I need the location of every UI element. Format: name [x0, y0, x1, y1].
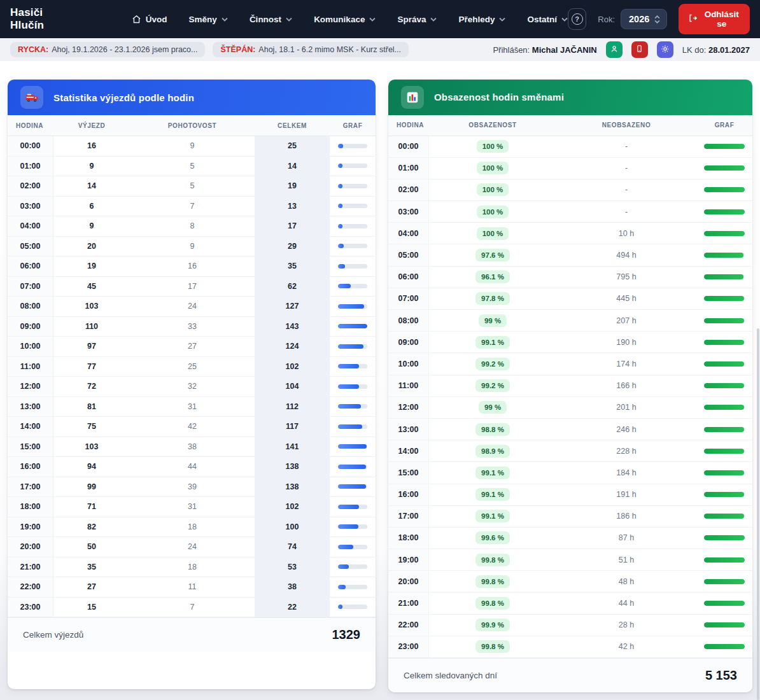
percentage-badge: 99.2 %	[475, 379, 510, 392]
pohotovost-cell: 16	[130, 262, 255, 270]
obsazenost-cell: 99 %	[429, 401, 556, 414]
obsazenost-cell: 100 %	[429, 140, 556, 153]
percentage-badge: 99.6 %	[475, 531, 510, 544]
celkem-cell: 138	[255, 457, 330, 477]
footer-total: 1329	[332, 627, 361, 642]
progress-fill	[338, 424, 362, 429]
hour-cell: 15:00	[388, 462, 429, 483]
message-pill-rycka[interactable]: RYCKA: Ahoj, 19.1.2026 - 23.1.2026 jsem …	[10, 42, 205, 57]
table-row: 16:0099.1 %191 h	[388, 484, 752, 506]
obsazenost-cell: 99.1 %	[429, 466, 556, 479]
table-row: 22:0099.9 %28 h	[388, 615, 752, 636]
vyjezd-cell: 6	[53, 202, 130, 211]
graf-cell	[696, 419, 752, 440]
column-headers: Hodina Výjezd Pohotovost Celkem Graf	[8, 115, 376, 136]
progress-fill	[338, 324, 367, 328]
table-row: 11:007725102	[8, 357, 376, 377]
pohotovost-cell: 9	[130, 141, 255, 150]
graf-cell	[330, 477, 376, 497]
table-row: 14:0098.9 %228 h	[388, 440, 752, 462]
table-row: 07:0097.8 %445 h	[388, 288, 752, 310]
neobsazeno-cell: 44 h	[556, 599, 696, 608]
pohotovost-cell: 11	[130, 582, 255, 591]
year-value: 2026	[629, 14, 649, 24]
celkem-cell: 141	[255, 437, 330, 457]
pohotovost-cell: 31	[130, 502, 255, 511]
table-row: 00:00100 %-	[388, 136, 752, 158]
theme-button[interactable]	[657, 41, 673, 58]
profile-button[interactable]	[606, 41, 623, 58]
progress-fill	[704, 340, 744, 345]
celkem-cell: 35	[255, 256, 330, 276]
neobsazeno-cell: 186 h	[556, 512, 696, 521]
progress-track	[704, 427, 745, 432]
table-row: 04:009817	[8, 216, 376, 237]
hour-cell: 06:00	[388, 267, 429, 288]
hour-cell: 08:00	[388, 310, 429, 331]
chevron-down-icon	[286, 17, 292, 22]
obsazenost-cell: 99.6 %	[429, 531, 556, 544]
table-row: 10:0099.2 %174 h	[388, 353, 752, 375]
progress-fill	[338, 284, 351, 288]
nav-item-ostatni[interactable]: Ostatní	[527, 15, 568, 24]
chevron-down-icon	[499, 17, 505, 22]
nav-item-smeny[interactable]: Směny	[189, 15, 228, 24]
table-row: 09:0099.1 %190 h	[388, 332, 752, 353]
vertical-scrollbar[interactable]	[757, 328, 759, 700]
graf-cell	[330, 437, 376, 457]
nav-item-prehledy[interactable]: Přehledy	[458, 15, 505, 24]
progress-track	[704, 209, 745, 214]
nav-item-cinnost[interactable]: Činnost	[250, 15, 292, 24]
pohotovost-cell: 31	[130, 402, 255, 411]
hour-cell: 01:00	[388, 158, 429, 179]
progress-track	[338, 524, 367, 529]
hour-cell: 18:00	[8, 497, 53, 517]
panel-title: Obsazenost hodin směnami	[434, 92, 564, 102]
progress-fill	[338, 224, 342, 228]
hour-cell: 10:00	[388, 353, 429, 374]
nav-item-komunikace[interactable]: Komunikace	[314, 15, 376, 24]
year-select[interactable]: 2026	[621, 9, 667, 29]
nav-item-uvod[interactable]: Úvod	[132, 15, 167, 24]
progress-track	[704, 405, 745, 410]
obsazenost-cell: 96.1 %	[429, 270, 556, 283]
neobsazeno-cell: 28 h	[556, 620, 696, 629]
table-row: 09:0011033143	[8, 317, 376, 337]
progress-track	[704, 274, 745, 279]
nav-item-sprava[interactable]: Správa	[397, 15, 437, 24]
vyjezd-cell: 103	[53, 302, 130, 311]
vyjezd-cell: 82	[53, 522, 130, 531]
vyjezd-cell: 19	[53, 262, 130, 270]
message-pill-stepan[interactable]: ŠTĚPÁN: Ahoj, 18.1 - 6.2 mimo MSK - Kurz…	[213, 42, 409, 57]
progress-track	[704, 644, 745, 649]
mobile-button[interactable]	[631, 41, 648, 58]
celkem-cell: 53	[255, 557, 330, 577]
progress-fill	[704, 383, 744, 388]
neobsazeno-cell: 51 h	[556, 556, 696, 564]
hour-cell: 17:00	[388, 506, 429, 527]
progress-track	[338, 424, 367, 429]
progress-fill	[338, 304, 364, 309]
progress-fill	[338, 364, 359, 368]
table-row: 07:00451762	[8, 277, 376, 297]
progress-fill	[704, 622, 745, 627]
year-label: Rok:	[598, 15, 615, 24]
table-row: 20:0099.8 %48 h	[388, 571, 752, 592]
panel-title: Statistika výjezdů podle hodin	[53, 92, 194, 103]
chevron-down-icon	[561, 17, 568, 22]
vyjezd-cell: 75	[53, 422, 130, 431]
graf-cell	[330, 517, 376, 537]
obsazenost-cell: 98.9 %	[429, 445, 556, 458]
graf-cell	[696, 267, 752, 288]
neobsazeno-cell: 228 h	[556, 447, 696, 456]
graf-cell	[696, 201, 752, 222]
graf-cell	[330, 457, 376, 477]
hour-cell: 21:00	[388, 592, 429, 613]
neobsazeno-cell: 190 h	[556, 338, 696, 347]
table-row: 18:007131102	[8, 497, 376, 517]
help-button[interactable]: ?	[568, 8, 586, 30]
logout-button[interactable]: Odhlásit se	[679, 4, 750, 34]
graf-cell	[696, 636, 752, 657]
progress-fill	[704, 361, 744, 367]
table-row: 04:00100 %10 h	[388, 223, 752, 244]
